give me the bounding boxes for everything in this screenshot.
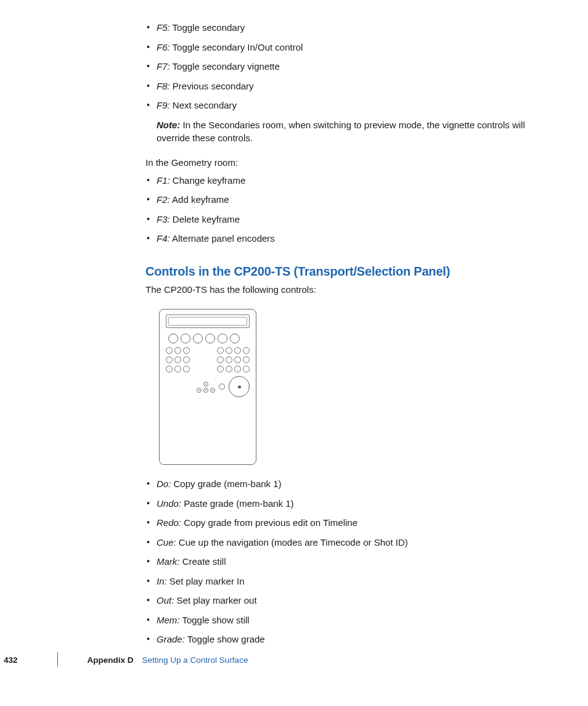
- key-label: F6:: [157, 42, 170, 52]
- key-desc: Paste grade (mem-bank 1): [184, 498, 293, 509]
- key-desc: Toggle secondary vignette: [173, 61, 280, 72]
- key-label: Undo:: [157, 498, 181, 509]
- key-label: Out:: [157, 595, 174, 605]
- list-item: Redo: Copy grade from previous edit on T…: [157, 516, 542, 530]
- key-label: Grade:: [157, 634, 185, 644]
- key-label: F2:: [157, 194, 170, 205]
- panel-diagram: ▲ ◄●►: [159, 309, 542, 465]
- key-desc: Copy grade (mem-bank 1): [174, 478, 282, 489]
- list-item: Out: Set play marker out: [157, 594, 542, 608]
- key-desc: Set play marker out: [177, 595, 257, 605]
- list-item: F1: Change keyframe: [157, 174, 542, 188]
- list-item: F9: Next secondary: [157, 99, 542, 113]
- controls-list: Do: Copy grade (mem-bank 1) Undo: Paste …: [157, 477, 542, 647]
- key-desc: Add keyframe: [172, 194, 229, 205]
- key-label: F5:: [157, 22, 170, 33]
- list-item: Cue: Cue up the navigation (modes are Ti…: [157, 536, 542, 550]
- jog-wheel: [229, 376, 250, 397]
- key-desc: Toggle secondary: [173, 22, 245, 33]
- list-item: F2: Add keyframe: [157, 193, 542, 207]
- note-block: Note: In the Secondaries room, when swit…: [157, 118, 542, 146]
- panel-display: [166, 314, 250, 328]
- key-desc: Toggle show grade: [187, 634, 265, 644]
- geometry-intro: In the Geometry room:: [145, 156, 542, 170]
- key-label: F9:: [157, 100, 170, 110]
- list-item: Do: Copy grade (mem-bank 1): [157, 477, 542, 491]
- dpad: ▲ ◄●►: [197, 382, 215, 394]
- row-small-1: [166, 347, 250, 354]
- footer-rule: [57, 652, 58, 667]
- knob-row: ▲ ◄●►: [166, 376, 250, 397]
- note-label: Note:: [157, 120, 180, 130]
- list-item: In: Set play marker In: [157, 575, 542, 589]
- page-body: F5: Toggle secondary F6: Toggle secondar…: [0, 0, 567, 647]
- key-desc: Delete keyframe: [173, 214, 240, 224]
- key-label: F3:: [157, 214, 170, 224]
- key-desc: Alternate panel encoders: [172, 233, 275, 244]
- page-number: 432: [4, 654, 18, 667]
- fkey-list-secondaries: F5: Toggle secondary F6: Toggle secondar…: [157, 21, 542, 113]
- list-item: F6: Toggle secondary In/Out control: [157, 41, 542, 55]
- key-label: F1:: [157, 175, 170, 186]
- key-label: Redo:: [157, 517, 181, 528]
- row-small-2: [166, 356, 250, 363]
- list-item: F8: Previous secondary: [157, 80, 542, 94]
- key-label: Cue:: [157, 537, 176, 548]
- note-text: In the Secondaries room, when switching …: [157, 120, 525, 144]
- row-small-3: [166, 366, 250, 372]
- list-item: Mem: Toggle show still: [157, 614, 542, 628]
- key-desc: Next secondary: [173, 100, 237, 110]
- small-knob: [219, 384, 225, 390]
- key-label: Mem:: [157, 615, 180, 625]
- key-label: F4:: [157, 233, 170, 244]
- list-item: F7: Toggle secondary vignette: [157, 60, 542, 74]
- key-desc: Previous secondary: [173, 81, 254, 91]
- key-desc: Create still: [182, 556, 226, 567]
- key-label: F8:: [157, 81, 170, 91]
- section-heading: Controls in the CP200-TS (Transport/Sele…: [145, 262, 542, 281]
- key-desc: Cue up the navigation (modes are Timecod…: [179, 537, 408, 548]
- list-item: Mark: Create still: [157, 555, 542, 569]
- appendix-title: Setting Up a Control Surface: [142, 654, 248, 667]
- row-large: [168, 334, 250, 343]
- list-item: F3: Delete keyframe: [157, 213, 542, 227]
- list-item: F5: Toggle secondary: [157, 21, 542, 35]
- key-desc: Copy grade from previous edit on Timelin…: [184, 517, 357, 528]
- cp200-ts-panel: ▲ ◄●►: [159, 309, 256, 465]
- section-intro: The CP200-TS has the following controls:: [145, 283, 542, 297]
- key-desc: Toggle show still: [182, 615, 249, 625]
- list-item: Undo: Paste grade (mem-bank 1): [157, 497, 542, 511]
- fkey-list-geometry: F1: Change keyframe F2: Add keyframe F3:…: [157, 174, 542, 246]
- key-label: F7:: [157, 61, 170, 72]
- key-desc: Set play marker In: [169, 576, 245, 586]
- key-label: In:: [157, 576, 167, 586]
- page-footer: 432 Appendix D Setting Up a Control Surf…: [73, 652, 248, 667]
- key-desc: Toggle secondary In/Out control: [173, 42, 303, 52]
- appendix-label: Appendix D: [88, 654, 134, 667]
- list-item: Grade: Toggle show grade: [157, 633, 542, 647]
- key-label: Do:: [157, 478, 171, 489]
- list-item: F4: Alternate panel encoders: [157, 232, 542, 246]
- key-label: Mark:: [157, 556, 180, 567]
- key-desc: Change keyframe: [173, 175, 245, 186]
